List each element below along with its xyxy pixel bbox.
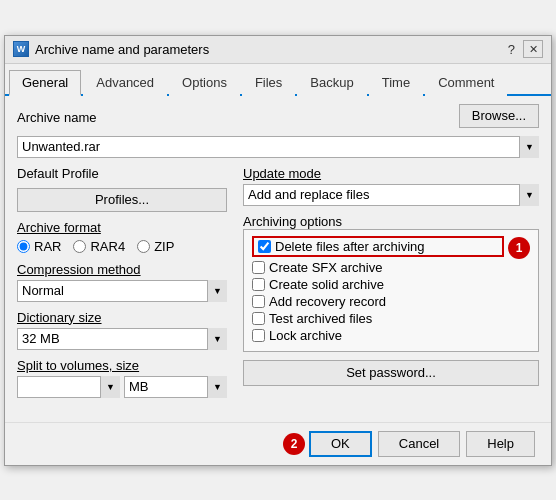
test-archived-label[interactable]: Test archived files xyxy=(269,311,372,326)
titlebar: W Archive name and parameters ? ✕ xyxy=(5,36,551,64)
archive-name-combobox[interactable]: Unwanted.rar ▼ xyxy=(17,136,539,158)
tab-options[interactable]: Options xyxy=(169,70,240,96)
tab-backup[interactable]: Backup xyxy=(297,70,366,96)
delete-files-checkbox[interactable] xyxy=(258,240,271,253)
split-unit-combobox[interactable]: MB ▼ xyxy=(124,376,227,398)
dictionary-size-combobox[interactable]: 32 MB ▼ xyxy=(17,328,227,350)
lock-archive-row: Lock archive xyxy=(252,328,530,343)
cancel-button[interactable]: Cancel xyxy=(378,431,460,457)
delete-files-row: Delete files after archiving 1 xyxy=(252,236,530,260)
archiving-options-label: Archiving options xyxy=(243,214,342,229)
archive-format-section: Archive format RAR RAR4 ZIP xyxy=(17,220,227,254)
main-columns: Default Profile Profiles... Archive form… xyxy=(17,166,539,406)
footer-buttons: 2 OK Cancel Help xyxy=(5,422,551,465)
format-zip-text: ZIP xyxy=(154,239,174,254)
left-column: Default Profile Profiles... Archive form… xyxy=(17,166,227,406)
badge-1: 1 xyxy=(508,237,530,259)
compression-method-combobox[interactable]: Normal ▼ xyxy=(17,280,227,302)
tab-general[interactable]: General xyxy=(9,70,81,96)
lock-archive-label[interactable]: Lock archive xyxy=(269,328,342,343)
ok-button[interactable]: OK xyxy=(309,431,372,457)
dictionary-size-section: Dictionary size 32 MB ▼ xyxy=(17,310,227,350)
split-volumes-label: Split to volumes, size xyxy=(17,358,227,373)
tabbar: General Advanced Options Files Backup Ti… xyxy=(5,64,551,96)
archive-name-label: Archive name xyxy=(17,110,96,125)
help-icon[interactable]: ? xyxy=(508,42,515,57)
format-rar-radio[interactable] xyxy=(17,240,30,253)
tab-time[interactable]: Time xyxy=(369,70,423,96)
update-mode-select[interactable]: Add and replace files xyxy=(243,184,539,206)
update-mode-section: Update mode Add and replace files ▼ xyxy=(243,166,539,206)
tab-files[interactable]: Files xyxy=(242,70,295,96)
help-button[interactable]: Help xyxy=(466,431,535,457)
dictionary-size-label: Dictionary size xyxy=(17,310,227,325)
create-solid-label[interactable]: Create solid archive xyxy=(269,277,384,292)
update-mode-combobox[interactable]: Add and replace files ▼ xyxy=(243,184,539,206)
compression-method-section: Compression method Normal ▼ xyxy=(17,262,227,302)
delete-files-label[interactable]: Delete files after archiving xyxy=(275,239,425,254)
default-profile-section: Default Profile Profiles... xyxy=(17,166,227,212)
format-zip-label[interactable]: ZIP xyxy=(137,239,174,254)
format-group: RAR RAR4 ZIP xyxy=(17,239,227,254)
tab-advanced[interactable]: Advanced xyxy=(83,70,167,96)
format-rar4-label[interactable]: RAR4 xyxy=(73,239,125,254)
badge-2: 2 xyxy=(283,433,305,455)
window-title: Archive name and parameters xyxy=(35,42,508,57)
compression-method-label: Compression method xyxy=(17,262,227,277)
format-rar4-radio[interactable] xyxy=(73,240,86,253)
split-volumes-section: Split to volumes, size ▼ MB ▼ xyxy=(17,358,227,398)
create-sfx-checkbox[interactable] xyxy=(252,261,265,274)
main-window: W Archive name and parameters ? ✕ Genera… xyxy=(4,35,552,466)
split-volumes-row: ▼ MB ▼ xyxy=(17,376,227,398)
format-zip-radio[interactable] xyxy=(137,240,150,253)
ok-area: 2 OK xyxy=(283,431,372,457)
app-icon: W xyxy=(13,41,29,57)
add-recovery-label[interactable]: Add recovery record xyxy=(269,294,386,309)
create-solid-row: Create solid archive xyxy=(252,277,530,292)
add-recovery-row: Add recovery record xyxy=(252,294,530,309)
split-unit-select[interactable]: MB xyxy=(124,376,227,398)
compression-method-select[interactable]: Normal xyxy=(17,280,227,302)
close-button[interactable]: ✕ xyxy=(523,40,543,58)
create-sfx-row: Create SFX archive xyxy=(252,260,530,275)
archiving-options-section: Archiving options Delete files after arc… xyxy=(243,214,539,386)
create-solid-checkbox[interactable] xyxy=(252,278,265,291)
right-column: Update mode Add and replace files ▼ Arch… xyxy=(243,166,539,406)
format-rar4-text: RAR4 xyxy=(90,239,125,254)
create-sfx-label[interactable]: Create SFX archive xyxy=(269,260,382,275)
archive-name-select[interactable]: Unwanted.rar xyxy=(17,136,539,158)
window-controls: ✕ xyxy=(523,40,543,58)
dictionary-size-select[interactable]: 32 MB xyxy=(17,328,227,350)
format-rar-text: RAR xyxy=(34,239,61,254)
set-password-button[interactable]: Set password... xyxy=(243,360,539,386)
tab-comment[interactable]: Comment xyxy=(425,70,507,96)
delete-files-highlighted: Delete files after archiving xyxy=(252,236,504,257)
add-recovery-checkbox[interactable] xyxy=(252,295,265,308)
archiving-options-box: Delete files after archiving 1 Create SF… xyxy=(243,229,539,352)
tab-content: Archive name Browse... Unwanted.rar ▼ De… xyxy=(5,96,551,410)
browse-button[interactable]: Browse... xyxy=(459,104,539,128)
test-archived-checkbox[interactable] xyxy=(252,312,265,325)
default-profile-label: Default Profile xyxy=(17,166,227,181)
test-archived-row: Test archived files xyxy=(252,311,530,326)
update-mode-label: Update mode xyxy=(243,166,539,181)
format-rar-label[interactable]: RAR xyxy=(17,239,61,254)
profiles-button[interactable]: Profiles... xyxy=(17,188,227,212)
split-value-combobox[interactable]: ▼ xyxy=(17,376,120,398)
archive-name-section: Archive name Browse... xyxy=(17,104,539,128)
lock-archive-checkbox[interactable] xyxy=(252,329,265,342)
split-value-select[interactable] xyxy=(17,376,120,398)
archive-format-label: Archive format xyxy=(17,220,227,235)
